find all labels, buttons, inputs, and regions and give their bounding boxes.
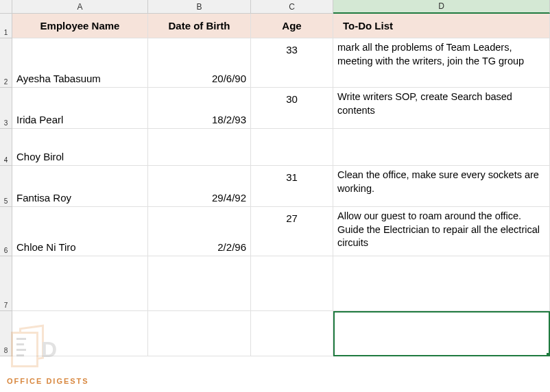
document-icon: D (7, 323, 48, 371)
cell-empty[interactable] (251, 256, 333, 311)
cell-dob[interactable]: 2/2/96 (148, 207, 251, 256)
cell-todo[interactable]: mark all the problems of Team Leaders, m… (333, 38, 550, 88)
col-header-d[interactable]: D (333, 0, 550, 14)
table-row: Ayesha Tabasuum 20/6/90 33 mark all the … (12, 38, 550, 88)
cell-todo[interactable]: Allow our guest to roam around the offic… (333, 207, 550, 256)
row-headers: 1 2 3 4 5 6 7 8 (0, 0, 12, 356)
table-row: Irida Pearl 18/2/93 30 Write writers SOP… (12, 88, 550, 129)
cell-age[interactable]: 30 (251, 88, 333, 129)
table-row: Choy Birol (12, 129, 550, 166)
column-headers: A B C D (12, 0, 550, 14)
header-row: Employee Name Date of Birth Age To-Do Li… (12, 14, 550, 38)
table-row: Chloe Ni Tiro 2/2/96 27 Allow our guest … (12, 207, 550, 256)
table-row (12, 311, 550, 356)
row-header-4[interactable]: 4 (0, 129, 12, 166)
cell-empty[interactable] (12, 256, 148, 311)
col-header-b[interactable]: B (148, 0, 251, 14)
header-name[interactable]: Employee Name (12, 14, 148, 38)
row-header-2[interactable]: 2 (0, 38, 12, 88)
cell-name[interactable]: Chloe Ni Tiro (12, 207, 148, 256)
row-header-3[interactable]: 3 (0, 88, 12, 129)
watermark-text: OFFICE DIGESTS (7, 377, 89, 385)
cell-todo[interactable]: Clean the office, make sure every socket… (333, 166, 550, 207)
cell-age[interactable]: 31 (251, 166, 333, 207)
col-header-c[interactable]: C (251, 0, 333, 14)
cell-dob[interactable]: 29/4/92 (148, 166, 251, 207)
cell-age[interactable] (251, 129, 333, 166)
table-row: Fantisa Roy 29/4/92 31 Clean the office,… (12, 166, 550, 207)
cell-name[interactable]: Choy Birol (12, 129, 148, 166)
cell-age[interactable]: 27 (251, 207, 333, 256)
grid: A B C D Employee Name Date of Birth Age … (12, 0, 550, 356)
cell-empty[interactable] (148, 311, 251, 356)
header-todo[interactable]: To-Do List (333, 14, 550, 38)
cell-dob[interactable] (148, 129, 251, 166)
row-header-1[interactable]: 1 (0, 14, 12, 38)
cell-empty[interactable] (333, 256, 550, 311)
cell-name[interactable]: Fantisa Roy (12, 166, 148, 207)
cell-dob[interactable]: 18/2/93 (148, 88, 251, 129)
table-row (12, 256, 550, 311)
cell-dob[interactable]: 20/6/90 (148, 38, 251, 88)
row-header-6[interactable]: 6 (0, 207, 12, 256)
watermark-letter: D (41, 337, 57, 363)
cell-age[interactable]: 33 (251, 38, 333, 88)
cell-empty[interactable] (148, 256, 251, 311)
row-header-7[interactable]: 7 (0, 256, 12, 311)
cell-empty[interactable] (251, 311, 333, 356)
header-age[interactable]: Age (251, 14, 333, 38)
cell-todo[interactable] (333, 129, 550, 166)
cell-name[interactable]: Irida Pearl (12, 88, 148, 129)
watermark: D (7, 323, 48, 371)
selected-cell[interactable] (333, 311, 550, 356)
col-header-a[interactable]: A (12, 0, 148, 14)
spreadsheet: 1 2 3 4 5 6 7 8 A B C D Employee Name Da… (0, 0, 550, 356)
cell-name[interactable]: Ayesha Tabasuum (12, 38, 148, 88)
select-all-corner[interactable] (0, 0, 12, 14)
header-dob[interactable]: Date of Birth (148, 14, 251, 38)
cell-todo[interactable]: Write writers SOP, create Search based c… (333, 88, 550, 129)
row-header-5[interactable]: 5 (0, 166, 12, 207)
